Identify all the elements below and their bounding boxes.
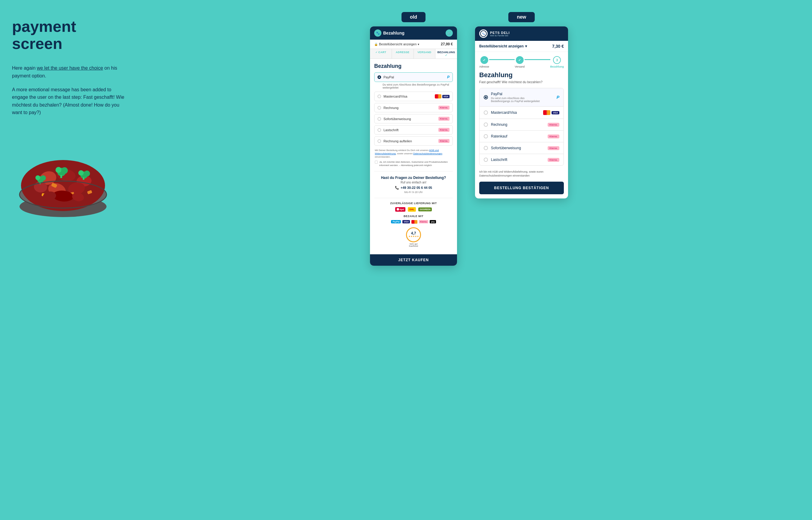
payment-logos-title: BEZAHLE MIT (374, 215, 453, 218)
new-sofort-option[interactable]: Sofortüberweisung Klarna. (480, 142, 564, 154)
old-summary-left: 🔒 Bestellübersicht anzeigen ▾ (374, 42, 419, 46)
old-paypal-option[interactable]: PayPal P (374, 72, 453, 82)
new-klarna-badge-3: Klarna. (548, 146, 559, 150)
progress-steps: ✓ Adresse ✓ Versand 3 Bezahlung (475, 52, 568, 71)
new-mc-option[interactable]: Mastercard/Visa VISA (480, 107, 564, 119)
new-ratenkauf-left: Ratenkauf (484, 134, 508, 138)
mc-label: Mastercard/Visa (383, 95, 407, 98)
step-adresse-circle: ✓ (481, 56, 488, 64)
pay-sm-logo: pay (430, 220, 436, 224)
phone-icon: 📞 (395, 186, 399, 190)
new-order-summary[interactable]: Bestellübersicht anzeigen ▾ 7,30 € (475, 41, 568, 52)
step-bezahlung-label: Bezahlung (550, 65, 564, 68)
tab-adresse[interactable]: ADRESSE (392, 49, 414, 58)
new-rechnung-radio (484, 123, 488, 127)
svg-rect-16 (60, 175, 62, 178)
rating-circle: 4,7 ★★★★★ (406, 227, 421, 242)
visa-sm-logo: VISA (402, 220, 410, 224)
new-sofort-name: Sofortüberweisung (491, 146, 521, 150)
new-summary-left: Bestellübersicht anzeigen ▾ (479, 44, 527, 48)
new-paypal-info: PayPal Du wirst zum Abschluss desBestell… (491, 92, 540, 103)
tab-cart[interactable]: ✓ CART (370, 49, 392, 58)
new-chevron-icon: ▾ (525, 44, 527, 48)
buy-button[interactable]: JETZT KAUFEN (370, 254, 457, 266)
step-versand-label: Versand (515, 65, 524, 68)
lastschrift-label: Lastschrift (383, 128, 399, 132)
gogreen-logo: GOGREEN (418, 207, 432, 211)
newsletter-checkbox[interactable] (375, 161, 378, 164)
new-label: new (508, 12, 535, 22)
old-section-title: Bezahlung (374, 63, 453, 69)
klarna-sm-logo: Klarna. (419, 220, 429, 224)
new-mc-name: Mastercard/Visa (491, 110, 517, 115)
new-rechnung-option[interactable]: Rechnung Klarna. (480, 119, 564, 131)
old-lastschrift-option[interactable]: Lastschrift Klarna. (374, 125, 453, 134)
newsletter-row: Ja, ich möchte über Aktionen, Gutscheine… (375, 160, 452, 167)
svg-point-22 (35, 175, 40, 180)
rating-number: 4,7 (411, 232, 416, 235)
sofort-radio (378, 117, 381, 121)
tab-versand[interactable]: VERSAND (414, 49, 436, 58)
old-rechnung-aufteilen-option[interactable]: Rechnung aufteilen Klarna. (374, 136, 453, 146)
dpd-icon (397, 208, 399, 210)
old-order-summary[interactable]: 🔒 Bestellübersicht anzeigen ▾ 27,99 € (370, 40, 457, 49)
visa-badge: VISA (442, 95, 450, 98)
rechnung-aufteilen-label: Rechnung aufteilen (383, 139, 412, 143)
tab-bezahlung[interactable]: BEZAHLUNG ✓ (435, 49, 457, 58)
brand-text: PETS DELI Weil du Familie bist (490, 31, 510, 36)
old-mc-option[interactable]: Mastercard/Visa VISA (374, 92, 453, 101)
sofort-label: Sofortüberweisung (383, 117, 411, 121)
new-paypal-radio (484, 95, 488, 99)
rechnung-label: Rechnung (383, 106, 399, 110)
old-sofort-option[interactable]: Sofortüberweisung Klarna. (374, 114, 453, 123)
step-line-1 (489, 59, 515, 60)
description-1: Here again we let the user have the choi… (12, 64, 126, 80)
new-ratenkauf-option[interactable]: Ratenkauf Klarna. (480, 131, 564, 142)
new-visa-badge: VISA (551, 111, 559, 114)
new-price: 7,30 € (552, 44, 564, 49)
datenschutz-link[interactable]: Datenschutzbestimmungen (413, 152, 442, 155)
new-rechnung-left: Rechnung (484, 123, 508, 127)
old-price: 27,99 € (441, 42, 453, 46)
new-klarna-badge-1: Klarna. (548, 123, 559, 127)
food-bowl-image (12, 123, 114, 225)
klarna-badge-1: Klarna. (438, 106, 450, 110)
paypal-icon: P (447, 75, 450, 79)
old-mc-left: Mastercard/Visa (378, 95, 407, 98)
new-lastschrift-radio (484, 158, 488, 162)
right-section: old 🐾 Bezahlung 🛒 🔒 Bestellübersicht anz… (138, 12, 800, 266)
paypal-subtitle: Du wirst zum Abschluss des Bestellvorgan… (383, 83, 453, 89)
old-rechnung-option[interactable]: Rechnung Klarna. (374, 103, 453, 112)
old-logo: 🐾 (374, 29, 381, 36)
new-brand: 🐾 PETS DELI Weil du Familie bist (479, 29, 510, 38)
old-header-title: Bezahlung (383, 31, 405, 35)
delivery-logos: dpd DHL GOGREEN (374, 207, 453, 212)
svg-point-18 (78, 170, 84, 176)
old-rechnung-left: Rechnung (378, 106, 399, 110)
rechnung-radio (378, 106, 381, 110)
new-summary-text: Bestellübersicht anzeigen (479, 44, 524, 48)
new-sofort-radio (484, 146, 488, 150)
new-ratenkauf-name: Ratenkauf (491, 134, 508, 138)
rating-badge: 4,7 ★★★★★ Sehr gutKaufhund (374, 227, 453, 247)
step-versand-circle: ✓ (516, 56, 524, 64)
old-summary-text: Bestellübersicht anzeigen (379, 42, 416, 46)
old-header-icon: 🛒 (445, 29, 453, 36)
new-paypal-option[interactable]: PayPal Du wirst zum Abschluss desBestell… (480, 88, 564, 107)
new-paypal-name: PayPal (491, 92, 540, 96)
new-paypal-subtitle: Du wirst zum Abschluss desBestellvorgang… (491, 97, 540, 103)
page-title: payment screen (12, 18, 126, 52)
mc-sm-logo (411, 220, 417, 224)
old-header-left: 🐾 Bezahlung (374, 29, 405, 36)
confirm-button[interactable]: BESTELLUNG BESTÄTIGEN (479, 182, 564, 194)
svg-point-14 (55, 167, 61, 173)
screens-container: old 🐾 Bezahlung 🛒 🔒 Bestellübersicht anz… (370, 12, 568, 266)
new-lastschrift-option[interactable]: Lastschrift Klarna. (480, 154, 564, 165)
old-screen: 🐾 Bezahlung 🛒 🔒 Bestellübersicht anzeige… (370, 26, 457, 266)
old-paypal-left: PayPal (378, 75, 394, 79)
new-paypal-radio-inner (485, 96, 487, 98)
mc-radio (378, 95, 381, 98)
old-rechnung-aufteilen-left: Rechnung aufteilen (378, 139, 412, 143)
old-contact-section: Hast du Fragen zu Deiner Bestellung? Ruf… (374, 171, 453, 193)
new-lastschrift-name: Lastschrift (491, 158, 508, 162)
